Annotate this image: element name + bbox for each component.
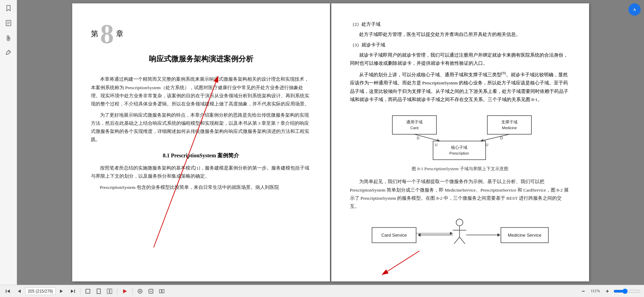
section-para-2: PrescriptionSystem 包含的业务模型比较简单，来自日常生活中的就… [91, 183, 311, 192]
svg-marker-38 [450, 232, 453, 235]
zoom-in-button[interactable] [603, 286, 612, 296]
svg-text:核心子域: 核心子域 [451, 145, 467, 150]
chapter-word: 第 [91, 27, 98, 40]
toolbar-right: 111% [579, 286, 641, 296]
nav-first-button[interactable] [3, 286, 13, 296]
fit-page-button[interactable] [83, 286, 93, 296]
diagram-2-container: Card Service Medicine Service [350, 214, 570, 255]
svg-marker-36 [497, 233, 500, 237]
section-para-1: 按照笔者所总结的实施微服务架构的基本模式[1]，服务建模是案例分析的第一步。服务… [91, 164, 311, 181]
svg-text:Prescription: Prescription [449, 151, 469, 155]
separator-2 [117, 288, 117, 295]
paragraph-1: 本章将通过构建一个精简而又完整的案例系统来展示响应式微服务架构相关的设计理念和实… [91, 75, 311, 108]
chapter-header: 第 8 章 响应式微服务架构演进案例分析 [91, 20, 311, 65]
chapter-number: 8 [100, 20, 114, 47]
paragraph-2: 为了更好地展示响应式微服务架构的特点，本章介绍案例分析的思路是先给出传统微服务架… [91, 111, 311, 144]
page-icon[interactable] [4, 18, 13, 28]
left-page: 第 8 章 响应式微服务架构演进案例分析 本章将通过构建一个精简而又完整的案例系… [72, 3, 330, 281]
bookmark-icon[interactable] [4, 3, 13, 13]
svg-marker-34 [418, 233, 421, 237]
content-area: 第 8 章 响应式微服务架构演进案例分析 本章将通过构建一个精简而又完整的案例系… [0, 0, 644, 285]
zoom-out-button[interactable] [579, 286, 588, 296]
svg-marker-51 [123, 289, 127, 293]
diagram-2-svg: Card Service Medicine Service [365, 214, 555, 255]
nav-prev-button[interactable] [14, 286, 24, 296]
svg-text:Card: Card [410, 126, 418, 130]
nav-next-button[interactable] [57, 286, 66, 296]
svg-text:D: D [417, 136, 419, 140]
zoom-level: 111% [589, 289, 601, 294]
svg-text:Card Service: Card Service [381, 233, 407, 238]
svg-rect-57 [159, 290, 161, 293]
svg-rect-7 [392, 116, 436, 134]
para-analysis: 从子域的划分上讲，可以分成核心子域、通用子域和支撑子域三类型[9]。就诊卡子域比… [350, 70, 570, 104]
svg-text:通用子域: 通用子域 [406, 120, 423, 124]
top-right-label: A [633, 7, 636, 12]
section-text: 按照笔者所总结的实施微服务架构的基本模式[1]，服务建模是案例分析的第一步。服务… [91, 164, 311, 192]
top-right-action-button[interactable]: A [628, 3, 641, 16]
separator-3 [132, 288, 133, 295]
svg-line-20 [481, 134, 509, 141]
svg-text:Medicine: Medicine [502, 126, 516, 130]
separator-1 [80, 288, 80, 295]
diagram-1-container: 通用子域 Card 支撑子域 Medicine 核心子域 Prescriptio… [350, 109, 570, 173]
svg-rect-47 [86, 289, 90, 293]
svg-rect-49 [107, 289, 109, 294]
label-2: （2）处方子域 [350, 20, 570, 28]
diagram-1-svg: 通用子域 Card 支撑子域 Medicine 核心子域 Prescriptio… [365, 109, 555, 163]
right-page-text: （2）处方子域 处方子域即处方管理，医生可以提交处方并查询自己所开具处方的相关信… [350, 20, 570, 104]
pages-wrapper: 第 8 章 响应式微服务架构演进案例分析 本章将通过构建一个精简而又完整的案例系… [17, 0, 644, 285]
right-page: （2）处方子域 处方子域即处方管理，医生可以提交处方并查询自己所开具处方的相关信… [331, 3, 589, 281]
para-card: 就诊卡子域即用户的就诊卡管理，我们可以通过注册用户并绑定就诊卡来拥有医院系统的合… [350, 51, 570, 68]
svg-text:支撑子域: 支撑子域 [501, 120, 518, 124]
svg-marker-44 [60, 290, 63, 293]
label-3: （3）就诊卡子域 [350, 41, 570, 49]
svg-rect-58 [162, 290, 164, 293]
svg-text:U: U [486, 143, 488, 147]
svg-marker-43 [18, 290, 21, 293]
chapter-zhang: 章 [116, 27, 123, 40]
nav-last-button[interactable] [68, 286, 77, 296]
play-button[interactable] [120, 286, 130, 296]
svg-point-28 [456, 219, 463, 226]
svg-marker-42 [7, 290, 10, 293]
app-container: 第 8 章 响应式微服务架构演进案例分析 本章将通过构建一个精简而又完整的案例系… [0, 0, 644, 297]
svg-text:U: U [435, 143, 437, 147]
page-input[interactable] [25, 288, 56, 295]
tool-1-button[interactable] [135, 286, 145, 296]
toolbar: 111% [0, 285, 644, 297]
tool-3-button[interactable] [157, 286, 167, 296]
svg-rect-10 [487, 116, 531, 134]
section-title: 8.1 PrescriptionSystem 案例简介 [91, 151, 311, 160]
zoom-slider[interactable] [613, 288, 641, 294]
para-services: 为简单起见，我们对每一个子域都提取一个微服务作为示例。基于以上分析、我们可以把 … [350, 178, 570, 211]
svg-marker-46 [71, 290, 74, 293]
svg-line-32 [460, 237, 465, 244]
para-prescription: 处方子域即处方管理，医生可以提交处方并查询自己所开具处方的相关信息。 [350, 31, 570, 39]
tool-2-button[interactable] [146, 286, 156, 296]
chapter-title: 响应式微服务架构演进案例分析 [91, 53, 311, 65]
svg-rect-50 [110, 289, 112, 294]
two-page-button[interactable] [105, 286, 114, 296]
annotation-icon[interactable] [4, 48, 13, 58]
diagram-1-caption: 图 8-1 PrescriptionSystem 子域与界限上下文示意图 [412, 165, 508, 173]
single-page-button[interactable] [94, 286, 103, 296]
sidebar [0, 0, 17, 285]
svg-text:D: D [500, 136, 503, 140]
svg-line-31 [454, 237, 460, 244]
left-page-text: 本章将通过构建一个精简而又完整的案例系统来展示响应式微服务架构相关的设计理念和实… [91, 75, 311, 144]
svg-rect-48 [97, 289, 100, 294]
svg-rect-13 [433, 141, 486, 160]
attachment-icon[interactable] [4, 33, 13, 43]
svg-text:Medicine Service: Medicine Service [508, 233, 541, 238]
